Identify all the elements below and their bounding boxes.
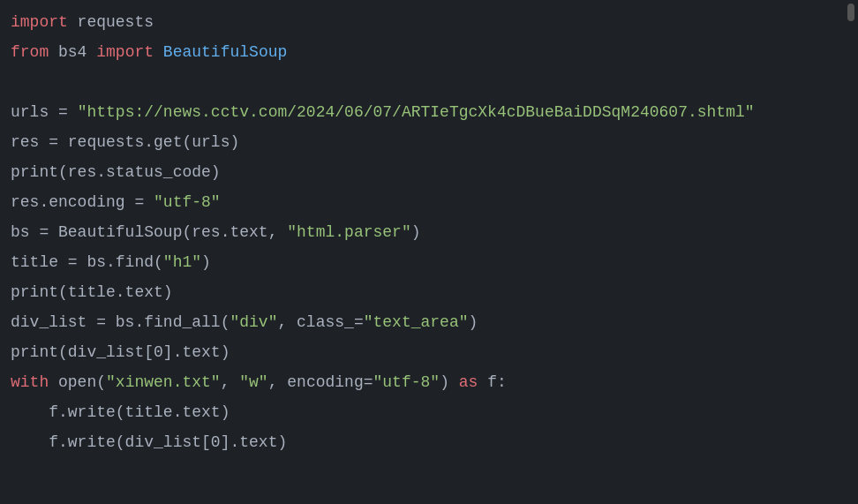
code-text: bs = BeautifulSoup(res.text, — [11, 223, 287, 241]
keyword-from: from — [11, 43, 49, 61]
code-line-12: print(div_list[0].text) — [7, 337, 858, 367]
code-text: , class_= — [277, 313, 363, 331]
keyword-import: import — [11, 13, 68, 31]
code-text — [154, 43, 163, 61]
code-line-2: from bs4 import BeautifulSoup — [7, 37, 858, 67]
code-text: ) — [469, 313, 478, 331]
string-h1: "h1" — [163, 253, 201, 271]
code-text: f.write(div_list[0].text) — [11, 433, 287, 451]
code-text: res = requests.get(urls) — [11, 133, 239, 151]
code-line-14: f.write(title.text) — [7, 397, 858, 427]
code-text: print(title.text) — [11, 283, 173, 301]
code-text: bs4 — [49, 43, 96, 61]
string-div: "div" — [230, 313, 277, 331]
code-line-3 — [7, 67, 858, 97]
keyword-import2: import — [96, 43, 154, 61]
code-text: div_list = bs.find_all( — [11, 313, 230, 331]
code-text: urls = — [11, 103, 78, 121]
code-line-8: bs = BeautifulSoup(res.text, "html.parse… — [7, 217, 858, 247]
code-text: print(res.status_code) — [11, 163, 221, 181]
code-line-13: with open("xinwen.txt", "w", encoding="u… — [7, 367, 858, 397]
string-encoding: "utf-8" — [154, 193, 221, 211]
code-line-11: div_list = bs.find_all("div", class_="te… — [7, 307, 858, 337]
code-line-9: title = bs.find("h1") — [7, 247, 858, 277]
code-line-15: f.write(div_list[0].text) — [7, 427, 858, 457]
code-editor: import requests from bs4 import Beautifu… — [0, 0, 858, 504]
code-text: f.write(title.text) — [11, 403, 230, 421]
code-text: , encoding= — [268, 373, 373, 391]
string-parser: "html.parser" — [287, 223, 410, 241]
code-text: , — [221, 373, 240, 391]
string-utf8: "utf-8" — [373, 373, 440, 391]
code-line-10: print(title.text) — [7, 277, 858, 307]
code-text: title = bs.find( — [11, 253, 163, 271]
string-url: "https://news.cctv.com/2024/06/07/ARTIeT… — [78, 103, 755, 121]
code-text: ) — [440, 373, 459, 391]
code-line-7: res.encoding = "utf-8" — [7, 187, 858, 217]
code-line-6: print(res.status_code) — [7, 157, 858, 187]
string-text-area: "text_area" — [364, 313, 469, 331]
code-text: open( — [49, 373, 106, 391]
code-line-1: import requests — [7, 7, 858, 37]
code-line-4: urls = "https://news.cctv.com/2024/06/07… — [7, 97, 858, 127]
scroll-indicator[interactable] — [847, 4, 854, 21]
code-line-5: res = requests.get(urls) — [7, 127, 858, 157]
code-text: ) — [201, 253, 211, 271]
code-text: requests — [68, 13, 154, 31]
code-text: print(div_list[0].text) — [11, 343, 230, 361]
code-text: f: — [478, 373, 506, 391]
module-beautifulsoup: BeautifulSoup — [163, 43, 287, 61]
string-filename: "xinwen.txt" — [106, 373, 221, 391]
keyword-as: as — [459, 373, 478, 391]
code-text: ) — [411, 223, 421, 241]
string-mode: "w" — [239, 373, 267, 391]
keyword-with: with — [11, 373, 49, 391]
code-text: res.encoding = — [11, 193, 154, 211]
